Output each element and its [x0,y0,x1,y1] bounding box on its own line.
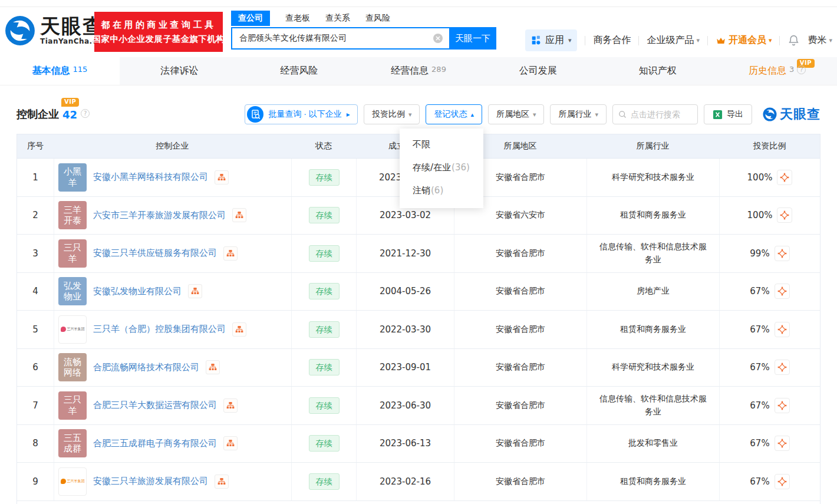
company-avatar[interactable]: 小黑羊 [58,163,87,192]
apps-menu[interactable]: 应用 ▾ [525,29,578,51]
company-avatar[interactable]: 三五成群 [58,429,87,457]
filter-dropdown-button[interactable]: 登记状态 ▴ [426,104,482,124]
filter-dropdown-button[interactable]: 所属行业 ▾ [550,104,607,124]
clear-search-icon[interactable] [433,33,443,44]
company-name-link[interactable]: 六安市三羊开泰旅游发展有限公司 [93,210,226,221]
nav-divider [638,36,639,45]
equity-structure-icon[interactable] [775,436,790,451]
company-name-link[interactable]: 合肥流畅网络技术有限公司 [93,362,199,373]
export-button[interactable]: 导出 [704,104,752,124]
nav-enterprise-products[interactable]: 企业级产品 ▾ [647,34,700,47]
company-avatar[interactable]: 三只羊 [58,239,87,268]
page-tab[interactable]: 基本信息 115 [0,57,120,85]
company-name-link[interactable]: 三只羊（合肥）控股集团有限公司 [93,324,226,335]
status-badge: 存续 [309,321,340,338]
help-icon[interactable]: ? [797,65,806,74]
page-tab[interactable]: 经营信息 289 [359,57,479,85]
nav-user-menu[interactable]: 费米 ▾ [808,34,832,47]
dropdown-option[interactable]: 存续/在业(36) [400,156,483,179]
table-row: 4 弘发物业 安徽弘发物业有限公司 存续 2004-05-26 安徽省合肥市 房… [17,273,820,311]
region: 安徽省合肥市 [454,235,586,272]
org-chart-icon[interactable] [232,322,246,337]
dropdown-option-count: (36) [452,162,470,173]
slogan-banner: 都在用的商业查询工具 国家中小企业发展子基金旗下机构 [94,12,223,52]
equity-structure-icon[interactable] [775,474,790,489]
crown-icon [716,35,726,46]
search-scope-tab[interactable]: 查风险 [365,13,390,24]
filter-dropdown-button[interactable]: 所属地区 ▾ [488,104,545,124]
page-tab[interactable]: 历史信息 3 VIP ? [717,57,837,85]
section-toolbar: 控制企业 42 VIP ? 批量查询 · 以下企业 ▸ 投资比例 ▾ 登记状态 … [17,103,820,126]
org-chart-icon[interactable] [223,246,238,261]
search-scope-tab[interactable]: 查关系 [325,13,350,24]
company-avatar[interactable]: 弘发物业 [58,277,87,305]
batch-doc-search-icon [247,106,263,123]
company-logo[interactable]: 三只羊集团 [58,315,87,344]
page-tab[interactable]: 经营风险 [239,57,359,85]
nav-open-membership[interactable]: 开通会员 ▾ [716,34,772,47]
org-chart-icon[interactable] [232,208,246,222]
industry: 信息传输、软件和信息技术服务业 [586,235,719,272]
company-name-link[interactable]: 合肥三五成群电子商务有限公司 [93,438,217,449]
company-name-link[interactable]: 合肥三只羊大数据运营有限公司 [93,400,217,411]
company-search-input[interactable] [231,27,449,50]
company-logo[interactable]: 三只羊集团 [58,467,87,496]
page-tab[interactable]: 知识产权 [598,57,717,85]
equity-structure-icon[interactable] [775,284,790,299]
search-submit-button[interactable]: 天眼一下 [449,27,496,50]
org-chart-icon[interactable] [223,436,238,450]
dropdown-option[interactable]: 注销(6) [400,179,483,202]
filter-dropdown-button[interactable]: 投资比例 ▾ [364,104,420,124]
table-row: 7 三只羊 合肥三只羊大数据运营有限公司 存续 2023-06-30 安徽省合肥… [17,387,820,425]
caret-down-icon: ▾ [769,37,772,44]
column-header: 状态 [291,134,356,158]
caret-icon: ▴ [470,111,474,118]
industry: 信息传输、软件和信息技术服务业 [586,387,719,424]
company-name-link[interactable]: 安徽弘发物业有限公司 [93,286,182,297]
company-avatar[interactable]: 三只羊 [58,391,87,420]
org-chart-icon[interactable] [215,475,229,489]
established-date: 2022-03-30 [356,311,454,348]
invest-ratio: 67% [750,438,769,449]
equity-structure-icon[interactable] [775,322,790,337]
equity-structure-icon[interactable] [775,246,790,261]
dropdown-option-count: (6) [431,185,443,196]
equity-structure-icon[interactable] [775,360,790,375]
dropdown-option[interactable]: 不限 [400,133,483,156]
company-name-link[interactable]: 安徽三只羊旅游发展有限公司 [93,476,208,487]
search-scope-tab[interactable]: 查老板 [285,13,310,24]
row-index: 7 [17,387,54,424]
status-badge: 存续 [309,435,340,452]
org-chart-icon[interactable] [206,360,220,374]
company-avatar[interactable]: 流畅网络 [58,353,87,381]
column-header: 控制企业 [54,134,291,158]
column-header: 序号 [17,134,54,158]
watermark-brand: 天眼查 [763,106,820,123]
caret-down-icon: ▾ [696,37,700,44]
tianyancha-swirl-icon [5,15,35,46]
page-tab[interactable]: 法律诉讼 [120,57,239,85]
equity-structure-icon[interactable] [777,207,792,223]
invest-ratio: 100% [747,210,773,220]
column-header: 投资比例 [719,134,820,158]
search-area: 查公司查老板查关系查风险 天眼一下 [231,11,496,50]
company-avatar[interactable]: 三羊开泰 [58,201,87,229]
page-tab[interactable]: 公司发展 [478,57,598,85]
nav-divider [779,36,780,45]
org-chart-icon[interactable] [215,170,229,185]
help-icon[interactable]: ? [81,109,90,118]
batch-query-button[interactable]: 批量查询 · 以下企业 ▸ [245,104,357,124]
search-scope-tab[interactable]: 查公司 [231,11,270,26]
company-name-link[interactable]: 安徽三只羊供应链服务有限公司 [93,248,217,259]
nav-cooperation[interactable]: 商务合作 [593,34,631,47]
notifications-bell-icon[interactable] [787,34,800,47]
org-chart-icon[interactable] [188,284,202,298]
row-index: 5 [17,311,54,348]
equity-structure-icon[interactable] [775,398,790,413]
org-chart-icon[interactable] [223,398,238,413]
established-date: 2023-06-13 [356,425,454,463]
page-tab-count: 3 [789,65,794,74]
company-name-link[interactable]: 安徽小黑羊网络科技有限公司 [93,172,208,183]
equity-structure-icon[interactable] [777,170,792,185]
site-header: 天眼查 TianYanCha.com 都在用的商业查询工具 国家中小企业发展子基… [0,7,837,57]
